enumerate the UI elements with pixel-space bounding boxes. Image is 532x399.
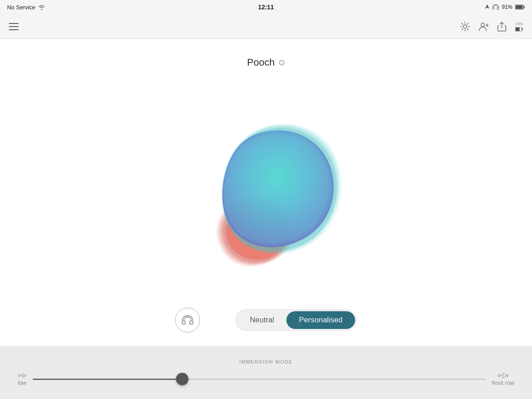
slider-row: low front row (18, 372, 514, 386)
svg-rect-16 (516, 27, 520, 31)
personalised-button[interactable]: Personalised (286, 311, 355, 329)
nav-right: 70% (460, 22, 523, 31)
main-content: Pooch ⊙ (0, 39, 532, 346)
slider-wrapper[interactable] (33, 374, 485, 384)
status-bar: No Service 12:11 91% (0, 0, 532, 14)
status-right: 91% (485, 4, 525, 10)
controls-row: Neutral Personalised (0, 299, 532, 346)
battery-percent: 91% (502, 4, 512, 10)
no-service-text: No Service (7, 4, 35, 11)
mode-toggle-group: Neutral Personalised (235, 309, 356, 331)
time-display: 12:11 (258, 4, 274, 11)
share-icon[interactable] (497, 22, 506, 31)
slider-high-icon (498, 372, 509, 379)
slider-low-label: low (18, 379, 27, 386)
svg-line-8 (462, 23, 462, 24)
immersion-title: IMMERSION MODE (239, 359, 293, 364)
slider-thumb[interactable] (176, 373, 188, 385)
svg-point-20 (498, 374, 500, 376)
battery-icon (515, 4, 525, 10)
hamburger-line-3 (9, 29, 19, 30)
slider-high-label: front row (492, 379, 514, 386)
nav-bar: 70% (0, 14, 532, 39)
neutral-button[interactable]: Neutral (237, 311, 286, 329)
profile-chevron-icon[interactable]: ⊙ (278, 58, 285, 67)
svg-point-18 (18, 374, 20, 376)
status-left: No Service (7, 4, 45, 11)
add-person-icon[interactable] (479, 22, 489, 31)
profile-name-text: Pooch (247, 57, 274, 68)
slider-low-icon (18, 372, 27, 379)
slider-fill (33, 379, 182, 380)
audio-blob (182, 99, 350, 268)
hamburger-menu[interactable] (9, 23, 19, 30)
headphone-button[interactable] (175, 308, 200, 332)
svg-rect-17 (522, 28, 523, 30)
svg-point-3 (463, 25, 467, 28)
immersion-bar: IMMERSION MODE low front row (0, 346, 532, 399)
svg-rect-2 (524, 6, 525, 8)
slider-track (33, 379, 485, 380)
wifi-icon (38, 4, 45, 10)
nav-left (9, 23, 19, 30)
svg-line-11 (462, 29, 462, 30)
headphone-circle-icon (181, 315, 194, 325)
svg-line-10 (467, 23, 468, 24)
location-icon (485, 4, 489, 10)
slider-low-group: low (18, 372, 27, 386)
battery-small-icon: 70% (515, 22, 523, 31)
slider-high-group: front row (492, 372, 514, 386)
blob-container (0, 68, 532, 299)
headphone-status-icon (492, 4, 499, 10)
hamburger-line-2 (9, 26, 19, 27)
svg-line-9 (467, 29, 468, 30)
svg-point-12 (481, 23, 485, 27)
hamburger-line-1 (9, 23, 19, 24)
svg-rect-1 (516, 5, 523, 9)
brightness-icon[interactable] (460, 22, 470, 31)
profile-name-row: Pooch ⊙ (247, 57, 285, 68)
